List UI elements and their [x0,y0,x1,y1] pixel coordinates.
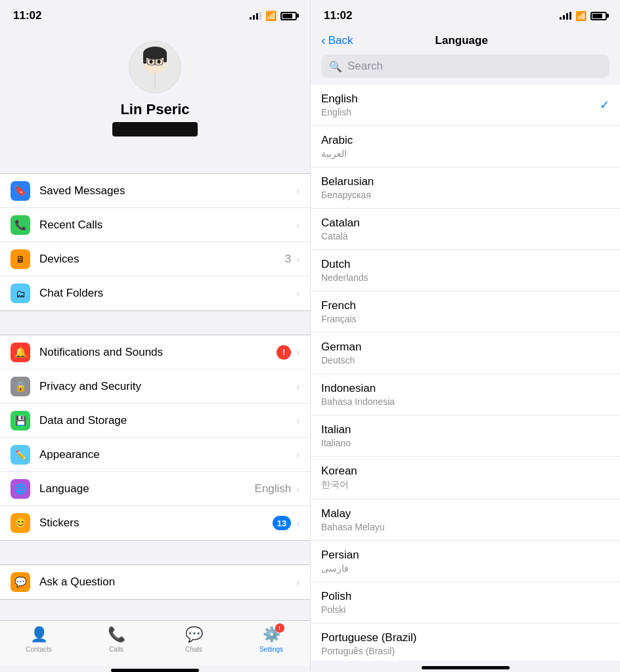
language-item-french[interactable]: FrenchFrançais [311,291,620,333]
chevron-icon: › [296,186,299,196]
language-english-italian: Italian [321,423,351,436]
devices-icon: 🖥 [11,249,30,269]
left-status-icons: 📶 [250,10,297,21]
sidebar-item-ask-question[interactable]: 💬 Ask a Question › [0,565,310,599]
tab-calls[interactable]: 📞 Calls [78,626,155,653]
tab-bar: 👤 Contacts 📞 Calls 💬 Chats ⚙️ ! Settings [0,620,310,666]
sidebar-item-chat-folders[interactable]: 🗂 Chat Folders › [0,276,310,310]
section-divider-2 [0,311,310,335]
ask-question-icon: 💬 [11,572,30,592]
settings-tab-label: Settings [259,646,283,653]
profile-section: Lin Pseric [0,28,310,150]
data-storage-label: Data and Storage [39,414,296,427]
language-english-dutch: Dutch [321,258,368,271]
language-item-korean[interactable]: Korean한국어 [311,457,620,499]
chat-folders-icon: 🗂 [11,284,30,303]
language-english-french: French [321,299,357,312]
notifications-icon: 🔔 [11,343,30,362]
language-english-german: German [321,341,361,354]
language-english-arabic: Arabic [321,134,353,147]
language-english-catalan: Catalan [321,217,360,230]
language-item-english[interactable]: EnglishEnglish✓ [311,85,620,126]
navigation-bar: ‹ Back Language [311,28,620,54]
language-icon: 🌐 [11,479,30,499]
tab-settings[interactable]: ⚙️ ! Settings [232,626,310,653]
right-battery-icon [590,12,607,20]
saved-messages-label: Saved Messages [39,184,296,198]
language-native-persian: فارسی [321,563,359,574]
search-input[interactable]: Search [347,60,383,73]
sidebar-item-appearance[interactable]: ✏️ Appearance › [0,438,310,472]
language-names-persian: Persianفارسی [321,549,359,574]
chevron-icon: › [296,518,299,528]
language-names-english: EnglishEnglish [321,93,358,117]
chevron-icon: › [296,347,299,358]
language-item-indonesian[interactable]: IndonesianBahasa Indonesia [311,374,620,415]
back-button[interactable]: ‹ Back [321,33,353,48]
language-item-persian[interactable]: Persianفارسی [311,541,620,582]
language-item-malay[interactable]: MalayBahasa Melayu [311,499,620,541]
sidebar-item-privacy[interactable]: 🔒 Privacy and Security › [0,369,310,404]
language-item-italian[interactable]: ItalianItaliano [311,415,620,457]
search-icon: 🔍 [329,60,342,73]
tab-contacts[interactable]: 👤 Contacts [0,626,78,653]
language-english-portuguese-brazil: Portuguese (Brazil) [321,631,417,644]
language-item-portuguese-brazil[interactable]: Portuguese (Brazil)Português (Brasil) [311,623,620,661]
chevron-icon: › [296,577,299,587]
language-names-catalan: CatalanCatalà [321,217,360,242]
settings-tab-icon-wrapper: ⚙️ ! [263,626,280,643]
sidebar-item-language[interactable]: 🌐 Language English › [0,472,310,506]
sidebar-item-stickers[interactable]: 😊 Stickers 13 › [0,506,310,540]
language-english-polish: Polish [321,590,351,603]
left-status-bar: 11:02 📶 [0,0,310,28]
chevron-icon: › [296,450,299,460]
language-native-arabic: العربية [321,148,353,159]
notifications-label: Notifications and Sounds [39,346,277,359]
language-check-english: ✓ [600,98,609,112]
right-status-time: 11:02 [324,9,352,22]
left-wifi-icon: 📶 [265,10,277,21]
language-english-korean: Korean [321,465,357,478]
right-status-icons: 📶 [560,10,607,21]
sidebar-item-saved-messages[interactable]: 🔖 Saved Messages › [0,174,310,208]
language-names-french: FrenchFrançais [321,299,357,324]
language-item-polish[interactable]: PolishPolski [311,582,620,623]
svg-rect-2 [143,53,146,64]
language-native-dutch: Nederlands [321,272,368,283]
language-item-dutch[interactable]: DutchNederlands [311,250,620,291]
privacy-label: Privacy and Security [39,380,296,393]
language-item-belarusian[interactable]: BelarusianБеларуская [311,167,620,209]
tab-chats[interactable]: 💬 Chats [155,626,232,653]
svg-rect-3 [164,53,167,62]
recent-calls-icon: 📞 [11,215,30,235]
language-value: English [255,482,292,495]
sidebar-item-recent-calls[interactable]: 📞 Recent Calls › [0,208,310,242]
calls-tab-label: Calls [109,646,123,653]
left-status-time: 11:02 [13,9,41,22]
language-native-italian: Italiano [321,438,351,448]
section-divider-3 [0,541,310,564]
stickers-icon: 😊 [11,513,30,533]
chevron-icon: › [296,415,299,426]
page-title: Language [435,34,488,47]
devices-value: 3 [285,253,291,266]
language-names-arabic: Arabicالعربية [321,134,353,159]
sidebar-item-devices[interactable]: 🖥 Devices 3 › [0,242,310,276]
language-names-korean: Korean한국어 [321,465,357,491]
language-item-arabic[interactable]: Arabicالعربية [311,126,620,167]
language-english-persian: Persian [321,549,359,562]
sidebar-item-notifications[interactable]: 🔔 Notifications and Sounds ! › [0,335,310,369]
language-native-french: Français [321,314,357,324]
search-bar[interactable]: 🔍 Search [321,54,609,78]
chevron-icon: › [296,288,299,299]
language-item-catalan[interactable]: CatalanCatalà [311,209,620,250]
avatar[interactable] [129,41,181,93]
notifications-badge: ! [277,345,291,360]
profile-phone [112,122,198,136]
sidebar-item-data-storage[interactable]: 💾 Data and Storage › [0,404,310,438]
chevron-icon: › [296,220,299,230]
back-button-label: Back [328,34,353,47]
language-native-indonesian: Bahasa Indonesia [321,396,395,407]
language-native-catalan: Català [321,231,360,242]
language-item-german[interactable]: GermanDeutsch [311,333,620,374]
